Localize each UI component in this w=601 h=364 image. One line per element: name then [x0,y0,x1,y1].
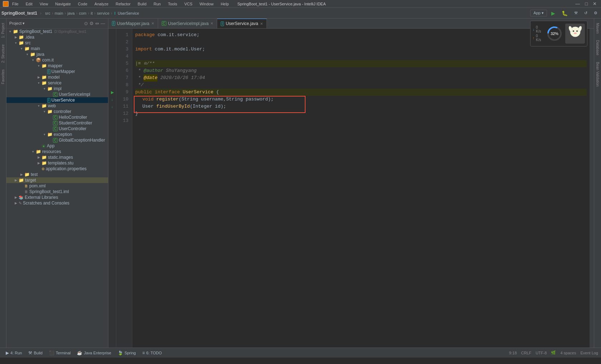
impl-gutter-11-icon[interactable]: ↓ [111,105,113,109]
tree-item-test[interactable]: ▶ 📁 test [6,172,108,177]
keyword-package: package [135,31,157,39]
tree-item-main[interactable]: ▾ 📁 main [6,46,108,51]
code-editor[interactable]: ▶ ↓ ↓ 1 2 3 4 5 6 7 8 9 [108,29,594,348]
code-comment-date-val: 2020/10/26 17:04 [157,74,205,82]
tree-item-src[interactable]: ▾ 📁 src [6,40,108,46]
tree-item-controller[interactable]: ▾ 📁 controller [6,109,108,114]
panel-structure[interactable]: 2: Structure [0,41,6,66]
spring-button[interactable]: 🍃 Spring [115,349,139,356]
code-line-12: } [135,110,587,117]
menu-analyze[interactable]: Analyze [93,1,110,7]
menu-file[interactable]: File [11,1,20,7]
tree-item-hellocontroller[interactable]: C HelloController [6,114,108,120]
menu-tools[interactable]: Tools [166,1,179,7]
reload-button[interactable]: ↺ [582,10,590,16]
tree-item-iml[interactable]: 🗎 SpringBoot_test1.iml [6,189,108,195]
tab-userservice[interactable]: I UserService.java ✕ [217,19,267,28]
gutter-10[interactable]: ↓ [109,96,115,103]
status-bar-right: 9:18 CRLF UTF-8 🌿 4 spaces Event Log [509,350,598,355]
todo-button[interactable]: ≡ 6: TODO [140,349,165,356]
tree-item-userserviceimpl[interactable]: C UserServiceImpl [6,92,108,97]
tree-item-mapper[interactable]: ▾ 📁 mapper [6,63,108,69]
tree-item-staticimages[interactable]: ▶ 📁 static.images [6,154,108,160]
tree-item-scratches[interactable]: ▶ ✎ Scratches and Consoles [6,200,108,206]
build-button[interactable]: ⚒ [572,10,580,16]
debug-button[interactable]: 🐛 [560,9,570,17]
menu-edit[interactable]: Edit [24,1,34,7]
tree-item-web[interactable]: ▾ 📁 web [6,103,108,109]
gutter-11[interactable]: ↓ [109,103,115,110]
run-panel-icon: ▶ [6,350,9,355]
panel-project[interactable]: 1: Project [0,20,6,41]
gutter-9[interactable]: ▶ [109,89,115,96]
title-bar: File Edit View Navigate Code Analyze Ref… [0,0,601,8]
maximize-button[interactable]: □ [583,1,589,6]
menu-code[interactable]: Code [77,1,89,7]
impl-gutter-10-icon[interactable]: ↓ [111,98,113,102]
tab-usermapper[interactable]: I UserMapper.java ✕ [108,19,158,28]
close-tab-userservice[interactable]: ✕ [260,22,263,26]
close-button[interactable]: ✕ [591,1,598,6]
tree-item-pomxml[interactable]: 🗎 pom.xml [6,183,108,189]
tree-item-userservice[interactable]: I UserService [6,97,108,103]
sidebar-header: Project ▾ ⊙ ⚙ ⇔ — [6,19,108,29]
panel-favorites[interactable]: Favorites [0,67,6,87]
java-enterprise-button[interactable]: ☕ Java Enterprise [74,349,114,356]
cursor-position: 9:18 [509,351,517,355]
sidebar-scope-icon[interactable]: ⊙ [84,21,88,26]
tree-item-globalexception[interactable]: C GlobalExceptionHandler [6,137,108,143]
download-value: 0 K/s [536,25,544,33]
tree-item-usermapper[interactable]: I UserMapper [6,69,108,74]
menu-vcs[interactable]: VCS [183,1,194,7]
tree-item-usercontroller[interactable]: C UserController [6,126,108,132]
build-panel-button[interactable]: ⚒ Build [25,349,45,356]
tree-item-impl[interactable]: ▾ 📁 impl [6,86,108,92]
menu-help[interactable]: Help [219,1,230,7]
menu-run[interactable]: Run [152,1,162,7]
tree-item-studentcontroller[interactable]: C StudentController [6,120,108,126]
tree-item-model[interactable]: ▶ 📁 model [6,74,108,80]
settings-button[interactable]: ⚙ [592,10,600,16]
event-log[interactable]: Event Log [580,351,598,355]
sidebar-expand-icon[interactable]: ⇔ [95,21,99,26]
line-ending: CRLF [521,351,532,355]
java-enterprise-label: Java Enterprise [84,351,111,355]
code-content[interactable]: package com.it.service; import com.it.mo… [132,29,590,348]
panel-maven[interactable]: Maven [595,20,600,36]
run-gutter-icon[interactable]: ▶ [111,90,114,95]
right-gutter-scrollbar[interactable] [590,29,594,348]
panel-bean-validation[interactable]: Bean Validation [595,59,600,89]
minimize-button[interactable]: — [574,1,581,6]
tree-item-target[interactable]: ▶ 📁 target [6,177,108,183]
tab-userserviceimpl[interactable]: C UserServiceImpl.java ✕ [158,19,218,28]
sidebar-gear-icon[interactable]: ⚙ [89,21,94,26]
ln-3: 3 [118,46,131,53]
menu-view[interactable]: View [38,1,50,7]
terminal-button[interactable]: ⬛ Terminal [46,349,74,356]
close-tab-usermapper[interactable]: ✕ [151,21,154,25]
gutter-2 [109,39,115,46]
tree-item-app[interactable]: ● App [6,143,108,149]
close-tab-userserviceimpl[interactable]: ✕ [210,21,213,25]
tree-item-resources[interactable]: ▾ 📁 resources [6,149,108,154]
tree-item-root[interactable]: ▾ 📁 SpringBoot_test1 D:\SpringBoot_test1 [6,29,108,34]
tab-label-usermapper: UserMapper.java [117,21,150,26]
sidebar-close-icon[interactable]: — [101,21,105,26]
tree-item-extlibs[interactable]: ▶ 📚 External Libraries [6,195,108,200]
tree-item-comit[interactable]: ▾ 📦 com.it [6,57,108,63]
tree-item-templatesstu[interactable]: ▶ 📁 templates.stu [6,160,108,166]
menu-build[interactable]: Build [136,1,148,7]
tree-item-idea[interactable]: ▶ 📁 .idea [6,34,108,40]
tree-item-appprops[interactable]: ⚙ application.properties [6,166,108,172]
toolbar-app-dropdown[interactable]: App ▾ [530,10,547,16]
run-panel-button[interactable]: ▶ 4: Run [3,349,25,356]
menu-navigate[interactable]: Navigate [54,1,72,7]
panel-database[interactable]: Database [595,37,600,58]
tree-item-exception[interactable]: ▾ 📁 exception [6,132,108,137]
tree-item-java[interactable]: ▾ 📁 java [6,51,108,57]
tree-item-service[interactable]: ▾ 📁 service [6,80,108,86]
menu-refactor[interactable]: Refactor [114,1,132,7]
ln-1: 1 [118,31,131,39]
menu-window[interactable]: Window [198,1,215,7]
run-button[interactable]: ▶ [549,9,557,17]
